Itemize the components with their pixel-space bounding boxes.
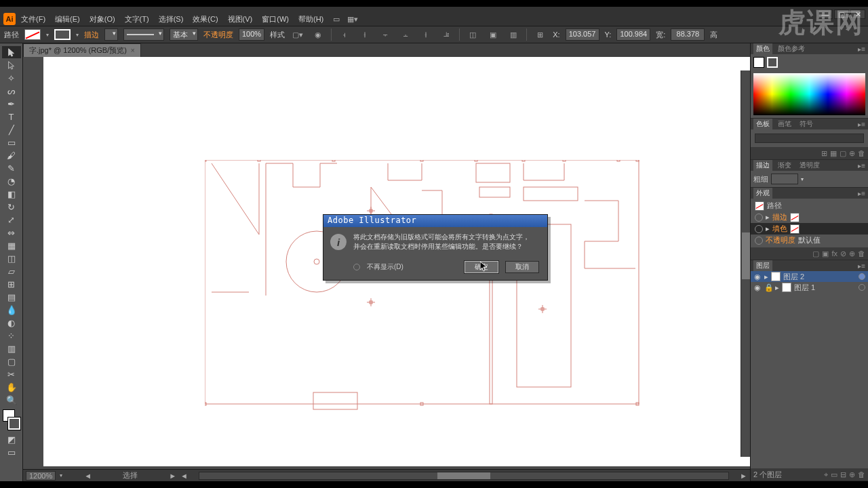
appearance-fill-row[interactable]: ▸ 填色 [751, 223, 868, 235]
cancel-button[interactable]: 取消 [505, 261, 539, 273]
tab-color[interactable]: 颜色 [753, 43, 772, 54]
rotate-tool[interactable]: ↻ [2, 201, 21, 213]
menu-file[interactable]: 文件(F) [17, 13, 50, 26]
blob-brush-tool[interactable]: ◔ [2, 175, 21, 187]
align-top-icon[interactable]: ⫠ [398, 28, 413, 41]
hand-tool[interactable]: ✋ [2, 381, 21, 393]
layer-row[interactable]: ◉ ▸ 图层 2 [751, 271, 868, 282]
expand-icon[interactable]: ▸ [775, 283, 779, 292]
panel-menu-icon[interactable]: ▸≡ [858, 190, 865, 197]
transform-icon[interactable]: ⊞ [532, 28, 547, 41]
color-spectrum[interactable] [753, 73, 865, 115]
magic-wand-tool[interactable]: ✧ [2, 72, 21, 84]
style-swatch[interactable]: ▢▾ [290, 28, 305, 41]
panel-fill-swatch[interactable] [753, 57, 764, 68]
menu-effect[interactable]: 效果(C) [189, 13, 222, 26]
layer-name[interactable]: 图层 2 [783, 272, 804, 282]
target-icon[interactable] [859, 284, 865, 291]
screen-mode-tool[interactable]: ▭ [2, 446, 21, 458]
delete-icon[interactable]: 🗑 [858, 249, 865, 258]
swatch-options-icon[interactable]: ▦ [830, 149, 837, 158]
add-effect-icon[interactable]: fx [831, 249, 837, 258]
scroll-right-icon[interactable]: ► [740, 472, 747, 480]
caret-icon[interactable]: ▾ [46, 32, 49, 38]
fill-stroke-indicator[interactable] [3, 409, 20, 430]
appearance-opacity-row[interactable]: 不透明度 默认值 [751, 235, 868, 246]
x-input[interactable]: 103.057 [566, 28, 599, 41]
visibility-icon[interactable] [755, 237, 763, 245]
mesh-tool[interactable]: ⊞ [2, 278, 21, 290]
line-tool[interactable]: ╱ [2, 123, 21, 136]
tab-appearance[interactable]: 外观 [753, 188, 772, 199]
tab-color-guide[interactable]: 颜色参考 [775, 43, 808, 54]
lasso-tool[interactable]: ᔕ [2, 85, 21, 97]
stroke-weight-input[interactable] [771, 174, 798, 184]
slice-tool[interactable]: ✂ [2, 368, 21, 380]
horizontal-scrollbar[interactable] [199, 472, 729, 480]
zoom-level[interactable]: 1200% [26, 471, 56, 481]
fill-swatch[interactable] [24, 29, 41, 40]
align-bottom-icon[interactable]: ⫡ [439, 28, 454, 41]
isolate-icon[interactable]: ▣ [486, 28, 500, 41]
visibility-icon[interactable] [755, 225, 763, 233]
align-left-icon[interactable]: ⫞ [337, 28, 352, 41]
delete-icon[interactable]: 🗑 [858, 149, 865, 157]
pencil-tool[interactable]: ✎ [2, 162, 21, 174]
stroke-weight-dd[interactable] [104, 28, 118, 41]
scroll-left-icon[interactable]: ◄ [180, 472, 188, 480]
appearance-stroke-row[interactable]: ▸ 描边 [751, 211, 868, 223]
new-layer-icon[interactable]: ⊕ [849, 470, 855, 479]
recolor-icon[interactable]: ◉ [311, 28, 326, 41]
align-vcenter-icon[interactable]: ⫲ [418, 28, 433, 41]
perspective-tool[interactable]: ▱ [2, 265, 21, 277]
delete-layer-icon[interactable]: 🗑 [858, 470, 865, 479]
tab-gradient[interactable]: 渐变 [775, 160, 794, 171]
document-tab[interactable]: 字.jpg* @ 1200% (RGB/预览) × [23, 43, 141, 58]
layer-name[interactable]: 图层 1 [794, 283, 815, 293]
scroll-thumb[interactable] [742, 232, 750, 279]
align-hcenter-icon[interactable]: ⫲ [357, 28, 372, 41]
caret-icon[interactable]: ▾ [801, 176, 804, 182]
tab-transparency[interactable]: 透明度 [797, 160, 823, 171]
panel-menu-icon[interactable]: ▸≡ [858, 162, 865, 169]
visibility-icon[interactable]: ◉ [753, 283, 762, 292]
lock-icon[interactable]: 🔒 [764, 283, 772, 292]
opacity-input[interactable]: 100% [239, 28, 264, 41]
color-mode-icon[interactable]: ◩ [2, 433, 21, 445]
selection-tool[interactable] [2, 46, 21, 58]
brush-dd[interactable]: 基本 [170, 28, 198, 41]
artboard-tool[interactable]: ▢ [2, 355, 21, 367]
nav-next-icon[interactable]: ► [169, 472, 176, 480]
caret-icon[interactable]: ▾ [76, 32, 79, 38]
nav-prev-icon[interactable]: ◄ [84, 472, 92, 480]
eyedropper-tool[interactable]: 💧 [2, 304, 21, 316]
rectangle-tool[interactable]: ▭ [2, 136, 21, 148]
w-input[interactable]: 88.378 [671, 28, 705, 41]
stroke-box[interactable] [8, 418, 20, 430]
width-tool[interactable]: ⇔ [2, 226, 21, 239]
zoom-tool[interactable]: 🔍 [2, 394, 21, 406]
tab-layers[interactable]: 图层 [753, 260, 772, 271]
opacity-link[interactable]: 不透明度 [203, 30, 233, 40]
free-transform-tool[interactable]: ▦ [2, 239, 21, 251]
target-icon[interactable] [859, 273, 865, 280]
stroke-value-swatch[interactable] [790, 213, 800, 222]
gradient-tool[interactable]: ▤ [2, 291, 21, 303]
direct-selection-tool[interactable] [2, 59, 21, 71]
y-input[interactable]: 100.984 [616, 28, 650, 41]
new-stroke-icon[interactable]: ▣ [822, 249, 829, 258]
vertical-scrollbar[interactable] [741, 70, 750, 457]
fill-value-swatch[interactable] [790, 224, 800, 234]
stroke-link[interactable]: 描边 [84, 30, 99, 40]
menu-object[interactable]: 对象(O) [85, 13, 119, 26]
menu-select[interactable]: 选择(S) [155, 13, 188, 26]
swatch-lib-icon[interactable]: ⊞ [821, 149, 827, 158]
clear-icon[interactable]: ⊘ [840, 249, 846, 258]
locate-icon[interactable]: ⌖ [824, 470, 828, 479]
panel-stroke-swatch[interactable] [767, 57, 778, 68]
close-icon[interactable]: × [131, 47, 135, 54]
type-tool[interactable]: T [2, 110, 21, 123]
tab-symbols[interactable]: 符号 [797, 119, 816, 129]
blend-tool[interactable]: ◐ [2, 317, 21, 329]
tab-brushes[interactable]: 画笔 [775, 119, 794, 129]
